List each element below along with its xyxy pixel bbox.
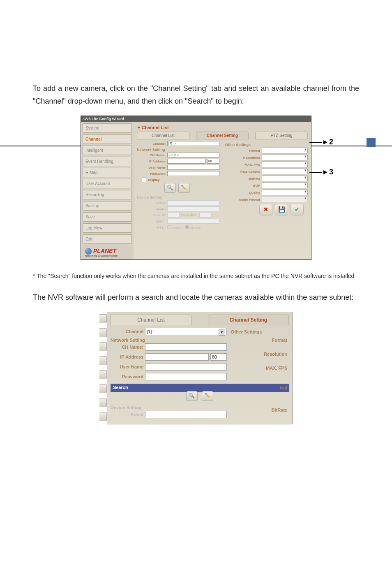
fig2-port-input[interactable]: 80 — [210, 353, 227, 361]
cancel-button[interactable]: ✖ — [259, 204, 272, 215]
sidebar-item-backup[interactable]: Backup — [83, 201, 132, 211]
sidebar-item-exit[interactable]: Exit — [83, 234, 132, 244]
resolution-label: Resolution — [225, 156, 262, 160]
tab-channel-list[interactable]: Channel List — [137, 132, 189, 139]
maxfps-select[interactable] — [262, 162, 308, 167]
fig2-network-title: Network Setting — [111, 338, 227, 343]
quality-select[interactable] — [262, 190, 308, 195]
sidebar-item-intelligent[interactable]: Intelligent — [83, 146, 132, 155]
gop-select[interactable] — [262, 183, 308, 188]
bitrate-select[interactable] — [262, 176, 308, 181]
channel-list-section: ♥ Channel List — [138, 125, 308, 130]
videoport-input — [199, 213, 212, 218]
sidebar-item-logview[interactable]: Log View — [83, 223, 132, 233]
display-checkbox[interactable]: Display — [142, 178, 219, 182]
audio-label: Audio Format — [225, 198, 262, 201]
fig2-pwd-input[interactable] — [145, 373, 227, 380]
fig2-user-input[interactable] — [145, 363, 227, 371]
maxfps-label: MAX. FPS — [225, 163, 262, 167]
para2: The NVR software will perform a search a… — [33, 291, 359, 304]
sidebar-item-event[interactable]: Event Handling — [83, 157, 132, 166]
fig2-other-title: Other Settings — [231, 329, 289, 334]
gop-label: GOP — [225, 184, 262, 188]
wizard-titlebar: CV3 Lite Config Wizard — [81, 116, 311, 122]
ip-input[interactable] — [167, 159, 205, 164]
model-label: Model — [137, 207, 167, 211]
fig2-maxfps-label: MAX. FPS — [231, 363, 289, 371]
intro-paragraph: To add a new camera, click on the "Chann… — [33, 82, 359, 107]
device-setting-title: Device Setting — [137, 195, 219, 199]
chname-label: CH Name: — [137, 153, 167, 157]
fig2-ip-input[interactable] — [145, 353, 209, 361]
sidebar-item-channel[interactable]: Channel — [83, 134, 132, 144]
user-input[interactable] — [167, 165, 219, 170]
brand-input — [167, 200, 219, 205]
videoid-input — [167, 213, 180, 218]
fig2-channel-select[interactable]: [1] : - — [145, 328, 227, 335]
videoid-label: Video ID — [137, 213, 167, 217]
port-input[interactable]: 80 — [207, 159, 219, 164]
pwd-input[interactable] — [167, 171, 219, 176]
sidebar-item-emap[interactable]: E-Map — [83, 168, 132, 177]
network-setting-title: Network Setting — [137, 148, 219, 152]
resolution-select[interactable] — [262, 155, 308, 160]
format-select[interactable] — [262, 148, 308, 153]
header-corner-block — [367, 138, 376, 147]
globe-icon — [85, 248, 92, 255]
wand-icon-button[interactable]: ✏️ — [178, 183, 190, 193]
left-stub-bar — [99, 312, 107, 424]
vendor-logo: PLANET Networking & Communication — [83, 246, 132, 258]
ok-button[interactable]: ✔ — [291, 204, 304, 215]
format-label: Format — [225, 149, 262, 153]
bitrate-label: BitRate — [225, 177, 262, 181]
fig2-chname-label: CH Name: — [111, 345, 145, 350]
fig2-brand-label: Brand — [111, 412, 145, 417]
quality-label: Quality — [225, 191, 262, 195]
fig2-search-icon-button[interactable]: 🔍 — [186, 391, 198, 401]
rate-select[interactable] — [262, 169, 308, 174]
fig2-resolution-label: Resolution — [231, 349, 289, 357]
fig2-tab-channel-list[interactable]: Channel List — [111, 315, 191, 325]
fig2-user-label: User Name — [111, 364, 145, 369]
rate-label: Rate Control — [225, 170, 262, 174]
fig2-channel-label: Channel — [111, 329, 145, 334]
fig2-ip-label: IP Address — [111, 354, 145, 359]
brand-label: Brand — [137, 201, 167, 205]
fig2-format-label: Format — [231, 335, 289, 343]
checkbox-icon — [142, 178, 146, 182]
chname-input[interactable]: CH # 1 — [167, 153, 219, 157]
search-icon-button[interactable]: 🔍 — [164, 183, 176, 193]
search-note: * The "Search" function only works when … — [33, 272, 359, 280]
sidebar-item-system[interactable]: System — [83, 123, 132, 133]
model-input — [167, 206, 219, 211]
fig2-tab-channel-setting[interactable]: Channel Setting — [208, 315, 289, 325]
mac-input — [167, 219, 219, 224]
fig2-bitrate-label: BitRate — [231, 405, 289, 412]
sidebar-item-user[interactable]: User Account — [83, 179, 132, 188]
wizard-sidebar: System Channel Intelligent Event Handlin… — [81, 122, 134, 259]
sidebar-item-save[interactable]: Save — [83, 212, 132, 222]
callout-3: 3 — [329, 168, 333, 176]
user-label: User Name — [137, 166, 167, 169]
channel-label: Channel — [137, 142, 167, 146]
fig2-brand-input — [145, 411, 227, 418]
other-settings-title: Other Settings — [225, 143, 308, 147]
fig2-chname-input[interactable] — [145, 343, 227, 351]
search-panel-figure: Channel List Channel Setting Channel [1]… — [99, 312, 293, 424]
channel-select[interactable]: [1] : - — [167, 141, 219, 146]
mac-label: MAC : — [137, 220, 167, 223]
fig2-ctrl-label-truncated: trol — [111, 385, 289, 390]
save-floppy-button[interactable]: 💾 — [275, 204, 288, 215]
tab-ptz-setting[interactable]: PTZ Setting — [255, 132, 308, 139]
wizard-window: CV3 Lite Config Wizard System Channel In… — [81, 116, 311, 260]
tab-channel-setting[interactable]: Channel Setting — [196, 132, 249, 139]
pwd-label: Password — [137, 172, 167, 176]
fig2-wand-icon-button[interactable]: ✏️ — [202, 391, 213, 401]
wizard-main: ♥ Channel List Channel List Channel Sett… — [134, 122, 311, 259]
sidebar-item-recording[interactable]: Recording — [83, 190, 132, 199]
videoport-label: Video Port — [181, 213, 199, 217]
fig2-device-title: Device Setting — [111, 405, 227, 410]
ptz-label: PTZ : — [137, 226, 167, 229]
fig2-pwd-label: Password — [111, 374, 145, 379]
callout-2: 2 — [329, 138, 333, 146]
